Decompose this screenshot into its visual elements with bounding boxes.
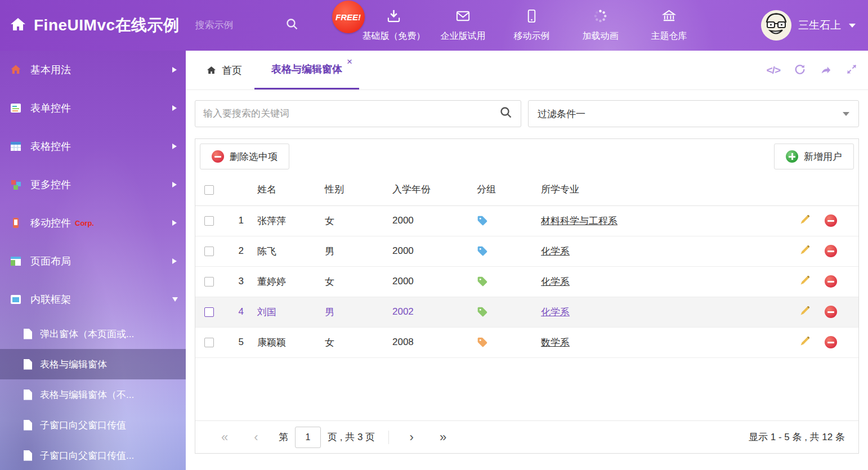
user-menu[interactable]: 三生石上	[761, 10, 856, 41]
table-row[interactable]: 1 张萍萍 女 2000 材料科学与工程系	[195, 205, 858, 236]
sidebar-subitem-grid-edit-window[interactable]: 表格与编辑窗体	[0, 349, 186, 379]
minus-icon	[212, 150, 224, 163]
major-link[interactable]: 化学系	[541, 276, 570, 287]
expand-icon[interactable]	[845, 63, 858, 78]
refresh-icon[interactable]	[794, 63, 806, 78]
sidebar-item-form-controls[interactable]: 表单控件	[0, 89, 186, 127]
sidebar-subitem-popup-window[interactable]: 弹出窗体（本页面或...	[0, 319, 186, 349]
last-page-button[interactable]: »	[427, 430, 459, 445]
chevron-right-icon	[172, 105, 177, 111]
nav-item-label: 移动示例	[514, 30, 550, 42]
mobile-icon	[9, 216, 23, 230]
close-icon[interactable]: ×	[347, 56, 352, 68]
nav-item-basic-edition[interactable]: FREE! 基础版（免费）	[334, 0, 429, 51]
table-row[interactable]: 5 康颖颖 女 2008 数学系	[195, 327, 858, 357]
edit-icon[interactable]	[799, 275, 811, 289]
col-header-year[interactable]: 入学年份	[384, 174, 469, 205]
sidebar-item-page-layout[interactable]: 页面布局	[0, 242, 186, 280]
filter-dropdown[interactable]: 过滤条件一	[528, 100, 859, 127]
sidebar-item-mobile-controls[interactable]: 移动控件 Corp.	[0, 204, 186, 242]
sidebar-subitem-child-to-parent[interactable]: 子窗口向父窗口传值	[0, 410, 186, 440]
delete-icon[interactable]	[825, 214, 837, 227]
first-page-button[interactable]: «	[209, 430, 240, 445]
major-link[interactable]: 化学系	[541, 307, 570, 317]
delete-icon[interactable]	[825, 306, 837, 318]
sidebar-item-more-controls[interactable]: 更多控件	[0, 165, 186, 204]
add-user-button[interactable]: 新增用户	[774, 144, 854, 169]
nav-item-label: 加载动画	[583, 30, 619, 42]
nav-item-loading-animation[interactable]: 加载动画	[566, 0, 635, 51]
tab-grid-edit-window[interactable]: 表格与编辑窗体 ×	[254, 51, 359, 89]
table-row-selected[interactable]: 4 刘国 男 2002 化学系	[195, 297, 858, 327]
col-header-name[interactable]: 姓名	[249, 174, 317, 205]
row-checkbox[interactable]	[204, 307, 214, 317]
home-icon	[9, 63, 23, 77]
nav-item-mobile-demo[interactable]: 移动示例	[498, 0, 566, 51]
table-header-row: 姓名 性别 入学年份 分组 所学专业	[195, 174, 858, 205]
row-checkbox[interactable]	[204, 277, 214, 287]
col-header-group[interactable]: 分组	[469, 174, 533, 205]
prev-page-button[interactable]: ‹	[240, 430, 272, 445]
table-row[interactable]: 3 董婷婷 女 2000 化学系	[195, 266, 858, 297]
form-icon	[9, 101, 23, 115]
filter-row: 过滤条件一	[195, 100, 859, 127]
page-label-prefix: 第	[279, 431, 288, 444]
table-icon	[9, 140, 23, 153]
sidebar-subitem-child-to-parent-2[interactable]: 子窗口向父窗口传值...	[0, 440, 186, 470]
nav-item-label: 主题仓库	[651, 30, 687, 42]
tab-toolbar: </>	[767, 51, 858, 89]
file-icon	[24, 329, 32, 339]
app-header: FineUIMvc在线示例 FREE! 基础版（免费） 企业版试用 移动示例	[0, 0, 868, 51]
filter-dropdown-value: 过滤条件一	[538, 108, 585, 120]
major-link[interactable]: 材料科学与工程系	[541, 216, 618, 226]
table-row[interactable]: 2 陈飞 男 2000 化学系	[195, 236, 858, 266]
delete-selected-button[interactable]: 删除选中项	[200, 144, 289, 169]
next-page-button[interactable]: ›	[396, 430, 427, 445]
sidebar-item-grid-controls[interactable]: 表格控件	[0, 127, 186, 165]
page-number-input[interactable]	[295, 427, 321, 448]
delete-icon[interactable]	[825, 336, 837, 348]
chevron-down-icon	[849, 24, 856, 28]
avatar	[761, 10, 791, 41]
major-link[interactable]: 数学系	[541, 337, 570, 348]
layout-icon	[9, 254, 23, 268]
app-title: FineUIMvc在线示例	[34, 15, 180, 36]
keyword-search-input[interactable]	[203, 108, 494, 119]
edit-icon[interactable]	[799, 244, 811, 258]
download-icon	[386, 8, 401, 26]
username: 三生石上	[798, 18, 841, 33]
sidebar-subitem-grid-edit-window-2[interactable]: 表格与编辑窗体（不...	[0, 379, 186, 410]
tab-bar: 首页 表格与编辑窗体 × </>	[186, 51, 868, 90]
nav-item-theme-repo[interactable]: 主题仓库	[635, 0, 704, 51]
delete-icon[interactable]	[825, 275, 837, 288]
chevron-right-icon	[172, 182, 177, 187]
edit-icon[interactable]	[799, 305, 811, 319]
tab-home[interactable]: 首页	[194, 51, 254, 89]
nav-item-label: 企业版试用	[441, 30, 486, 42]
row-checkbox[interactable]	[204, 247, 214, 256]
header-search-input[interactable]	[195, 20, 285, 31]
app-home-icon[interactable]	[9, 15, 27, 35]
edit-icon[interactable]	[799, 214, 811, 228]
major-link[interactable]: 化学系	[541, 246, 570, 257]
sidebar-item-inline-frame[interactable]: 内联框架	[0, 280, 186, 319]
select-all-checkbox[interactable]	[204, 185, 214, 195]
col-header-gender[interactable]: 性别	[317, 174, 384, 205]
search-icon[interactable]	[499, 106, 513, 122]
row-checkbox[interactable]	[204, 338, 214, 347]
cubes-icon	[9, 178, 23, 191]
plus-icon	[786, 150, 798, 163]
edit-icon[interactable]	[799, 335, 811, 350]
chevron-right-icon	[172, 144, 177, 149]
tag-icon	[477, 276, 488, 287]
sidebar-item-basic-usage[interactable]: 基本用法	[0, 51, 186, 89]
share-icon[interactable]	[820, 63, 832, 78]
code-icon[interactable]: </>	[767, 64, 780, 77]
row-checkbox[interactable]	[204, 216, 214, 226]
delete-icon[interactable]	[825, 245, 837, 257]
col-header-major[interactable]: 所学专业	[533, 174, 789, 205]
table-empty-area	[195, 358, 858, 421]
envelope-icon	[455, 8, 471, 26]
nav-item-enterprise-trial[interactable]: 企业版试用	[429, 0, 498, 51]
search-icon[interactable]	[285, 17, 299, 33]
